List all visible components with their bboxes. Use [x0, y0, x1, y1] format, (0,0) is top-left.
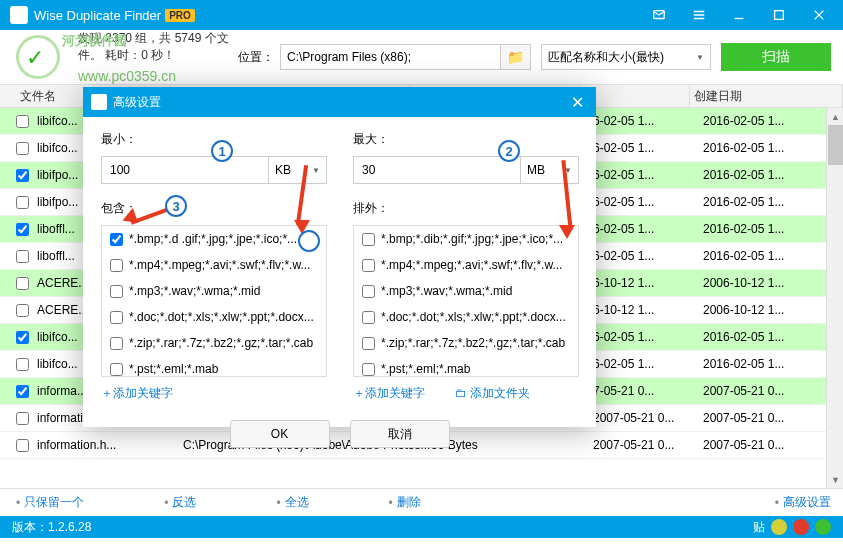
- dialog-title: 高级设置: [113, 94, 161, 111]
- filter-item[interactable]: *.bmp;*.d .gif;*.jpg;*.jpe;*.ico;*...: [102, 226, 326, 252]
- scan-button[interactable]: 扫描: [721, 43, 831, 71]
- cancel-button[interactable]: 取消: [350, 420, 450, 448]
- row-checkbox[interactable]: [16, 142, 29, 155]
- filter-text: *.zip;*.rar;*.7z;*.bz2;*.gz;*.tar;*.cab: [381, 336, 565, 350]
- filter-item[interactable]: *.zip;*.rar;*.7z;*.bz2;*.gz;*.tar;*.cab: [102, 330, 326, 356]
- filter-item[interactable]: *.zip;*.rar;*.7z;*.bz2;*.gz;*.tar;*.cab: [354, 330, 578, 356]
- filter-checkbox[interactable]: [110, 363, 123, 376]
- filter-checkbox[interactable]: [362, 259, 375, 272]
- watermark-url: www.pc0359.cn: [78, 68, 238, 84]
- annotation-callout-2: 2: [498, 140, 520, 162]
- action-bar: •只保留一个 •反选 •全选 •删除 •高级设置: [0, 488, 843, 516]
- filter-checkbox[interactable]: [362, 311, 375, 324]
- social-icon-1[interactable]: [771, 519, 787, 535]
- row-modified: 7-05-21 0...: [593, 384, 703, 398]
- scroll-down-icon[interactable]: ▼: [827, 471, 843, 488]
- titlebar: Wise Duplicate Finder PRO: [0, 0, 843, 30]
- filter-checkbox[interactable]: [110, 337, 123, 350]
- row-checkbox[interactable]: [16, 115, 29, 128]
- row-created: 2016-02-05 1...: [703, 249, 843, 263]
- folder-icon: 📁: [507, 49, 524, 65]
- filter-checkbox[interactable]: [362, 363, 375, 376]
- row-modified: 6-02-05 1...: [593, 330, 703, 344]
- filter-checkbox[interactable]: [110, 259, 123, 272]
- row-checkbox[interactable]: [16, 358, 29, 371]
- keep-one-link[interactable]: 只保留一个: [24, 494, 84, 511]
- filter-checkbox[interactable]: [110, 311, 123, 324]
- filter-checkbox[interactable]: [362, 233, 375, 246]
- match-mode-select[interactable]: 匹配名称和大小(最快) ▼: [541, 44, 711, 70]
- row-checkbox[interactable]: [16, 196, 29, 209]
- add-keyword-link[interactable]: ＋添加关键字: [353, 385, 425, 402]
- row-created: 2016-02-05 1...: [703, 330, 843, 344]
- row-modified: 6-02-05 1...: [593, 249, 703, 263]
- filter-checkbox[interactable]: [110, 285, 123, 298]
- add-folder-link[interactable]: 🗀 添加文件夹: [455, 385, 530, 402]
- filter-text: *.bmp;*.dib;*.gif;*.jpg;*.jpe;*.ico;*...: [381, 232, 563, 246]
- row-checkbox[interactable]: [16, 169, 29, 182]
- row-checkbox[interactable]: [16, 331, 29, 344]
- maximize-icon[interactable]: [759, 0, 799, 30]
- row-checkbox[interactable]: [16, 412, 29, 425]
- filter-item[interactable]: *.pst;*.eml;*.mab: [102, 356, 326, 377]
- filter-checkbox[interactable]: [362, 337, 375, 350]
- watermark-text2: 河为软件园: [62, 32, 127, 50]
- max-unit-select[interactable]: MB ▼: [521, 156, 579, 184]
- scrollbar[interactable]: ▲ ▼: [826, 108, 843, 488]
- filter-text: *.mp4;*.mpeg;*.avi;*.swf;*.flv;*.w...: [381, 258, 562, 272]
- delete-link[interactable]: 删除: [397, 494, 421, 511]
- advanced-settings-dialog: 高级设置 ✕ 最小： KB ▼ 包含： *.bmp;*.d .gif;*.jpg…: [83, 87, 596, 427]
- invert-link[interactable]: 反选: [172, 494, 196, 511]
- filter-checkbox[interactable]: [110, 233, 123, 246]
- filter-item[interactable]: *.doc;*.dot;*.xls;*.xlw;*.ppt;*.docx...: [102, 304, 326, 330]
- row-modified: 6-02-05 1...: [593, 195, 703, 209]
- svg-rect-1: [775, 11, 784, 20]
- max-size-input[interactable]: [353, 156, 521, 184]
- filter-text: *.doc;*.dot;*.xls;*.xlw;*.ppt;*.docx...: [129, 310, 314, 324]
- row-checkbox[interactable]: [16, 250, 29, 263]
- social-icon-2[interactable]: [793, 519, 809, 535]
- minimize-icon[interactable]: [719, 0, 759, 30]
- social-icon-3[interactable]: [815, 519, 831, 535]
- location-input[interactable]: [280, 44, 501, 70]
- app-logo-icon: [10, 6, 28, 24]
- browse-folder-button[interactable]: 📁: [501, 44, 531, 70]
- row-created: 2016-02-05 1...: [703, 114, 843, 128]
- filter-item[interactable]: *.pst;*.eml;*.mab: [354, 356, 578, 377]
- filter-text: *.pst;*.eml;*.mab: [381, 362, 470, 376]
- dialog-icon: [91, 94, 107, 110]
- row-created: 2007-05-21 0...: [703, 384, 843, 398]
- add-keyword-link[interactable]: ＋添加关键字: [101, 385, 173, 402]
- row-checkbox[interactable]: [16, 277, 29, 290]
- filter-item[interactable]: *.doc;*.dot;*.xls;*.xlw;*.ppt;*.docx...: [354, 304, 578, 330]
- scroll-up-icon[interactable]: ▲: [827, 108, 843, 125]
- row-modified: 6-10-12 1...: [593, 276, 703, 290]
- advanced-link[interactable]: 高级设置: [783, 494, 831, 511]
- close-icon[interactable]: [799, 0, 839, 30]
- row-checkbox[interactable]: [16, 304, 29, 317]
- row-modified: 6-10-12 1...: [593, 303, 703, 317]
- select-all-link[interactable]: 全选: [285, 494, 309, 511]
- exclude-label: 排外：: [353, 200, 579, 217]
- filter-item[interactable]: *.mp4;*.mpeg;*.avi;*.swf;*.flv;*.w...: [354, 252, 578, 278]
- row-created: 2006-10-12 1...: [703, 276, 843, 290]
- scroll-thumb[interactable]: [828, 125, 843, 165]
- filter-checkbox[interactable]: [362, 285, 375, 298]
- filter-item[interactable]: *.bmp;*.dib;*.gif;*.jpg;*.jpe;*.ico;*...: [354, 226, 578, 252]
- filter-item[interactable]: *.mp4;*.mpeg;*.avi;*.swf;*.flv;*.w...: [102, 252, 326, 278]
- col-modified[interactable]: 期: [580, 85, 690, 107]
- row-modified: 6-02-05 1...: [593, 357, 703, 371]
- col-created[interactable]: 创建日期: [690, 85, 843, 107]
- min-size-input[interactable]: [101, 156, 269, 184]
- filter-item[interactable]: *.mp3;*.wav;*.wma;*.mid: [102, 278, 326, 304]
- menu-icon[interactable]: [679, 0, 719, 30]
- row-checkbox[interactable]: [16, 385, 29, 398]
- dialog-close-icon[interactable]: ✕: [567, 93, 588, 112]
- min-unit-select[interactable]: KB ▼: [269, 156, 327, 184]
- feedback-icon[interactable]: [639, 0, 679, 30]
- filter-item[interactable]: *.mp3;*.wav;*.wma;*.mid: [354, 278, 578, 304]
- row-created: 2016-02-05 1...: [703, 195, 843, 209]
- ok-button[interactable]: OK: [230, 420, 330, 448]
- row-checkbox[interactable]: [16, 223, 29, 236]
- row-checkbox[interactable]: [16, 439, 29, 452]
